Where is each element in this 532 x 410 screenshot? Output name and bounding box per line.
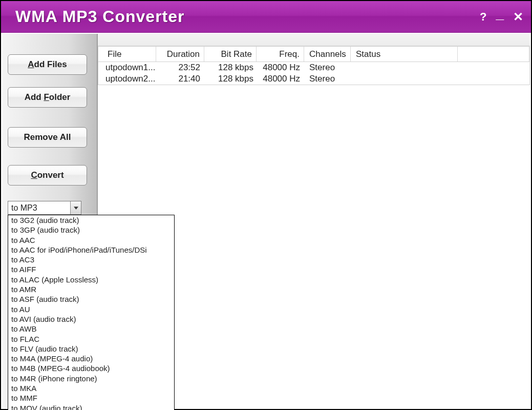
cell-file: uptodown2... [98,74,156,84]
format-option[interactable]: to MOV (audio track) [8,403,174,410]
th-bitrate[interactable]: Bit Rate [204,47,257,61]
chevron-down-icon[interactable] [70,201,81,214]
close-button[interactable]: ✕ [513,10,523,24]
format-option[interactable]: to AIFF [8,264,174,274]
format-option[interactable]: to AVI (audio track) [8,314,174,324]
format-option[interactable]: to ALAC (Apple Lossless) [8,275,174,284]
minimize-button[interactable]: _ [496,11,504,16]
format-option[interactable]: to FLV (audio track) [8,344,174,354]
format-option[interactable]: to M4R (iPhone ringtone) [8,374,174,383]
format-option[interactable]: to M4B (MPEG-4 audiobook) [8,363,174,373]
svg-marker-0 [74,207,78,209]
table-body: utpodown1...23:52128 kbps48000 HzStereou… [98,62,529,85]
th-channels[interactable]: Channels [304,47,351,61]
app-title: WMA MP3 Converter [15,7,480,26]
cell-bitrate: 128 kbps [204,63,257,73]
remove-all-button[interactable]: Remove All [8,127,87,148]
format-option[interactable]: to AMR [8,284,174,294]
th-freq[interactable]: Freq. [257,47,304,61]
format-option[interactable]: to AU [8,304,174,314]
format-option[interactable]: to AWB [8,324,174,334]
th-status[interactable]: Status [351,47,458,61]
th-blank [458,47,529,61]
format-option[interactable]: to M4A (MPEG-4 audio) [8,354,174,363]
format-option[interactable]: to 3GP (audio track) [8,225,174,235]
convert-button[interactable]: Convert [8,165,87,186]
cell-freq: 48000 Hz [257,63,304,73]
format-option[interactable]: to ASF (audio track) [8,294,174,304]
format-combo-wrap: to MP3 to 3G2 (audio track)to 3GP (audio… [8,201,81,215]
table-row[interactable]: uptodown2...21:40128 kbps48000 HzStereo [98,73,529,85]
cell-freq: 48000 Hz [257,74,304,84]
format-option[interactable]: to FLAC [8,334,174,344]
format-option[interactable]: to MKA [8,383,174,393]
cell-file: utpodown1... [98,63,156,73]
add-folder-button[interactable]: Add Folder [8,87,87,108]
cell-channels: Stereo [304,74,351,84]
format-option[interactable]: to AAC for iPod/iPhone/iPad/iTunes/DSi [8,245,174,255]
sidebar: Add Files Add Folder Remove All Convert … [2,34,98,408]
format-combo-list[interactable]: to 3G2 (audio track)to 3GP (audio track)… [8,215,175,410]
app-window: WMA MP3 Converter ? _ ✕ Add Files Add Fo… [0,0,532,410]
th-file[interactable]: File [98,47,156,61]
format-option[interactable]: to MMF [8,393,174,403]
table-row[interactable]: utpodown1...23:52128 kbps48000 HzStereo [98,62,529,73]
th-duration[interactable]: Duration [156,47,204,61]
cell-channels: Stereo [304,63,351,73]
format-option[interactable]: to AAC [8,235,174,245]
file-table: File Duration Bit Rate Freq. Channels St… [98,46,530,85]
add-files-button[interactable]: Add Files [8,54,87,75]
format-combo[interactable]: to MP3 [8,201,81,215]
body-area: Add Files Add Folder Remove All Convert … [2,34,530,408]
cell-duration: 21:40 [156,74,204,84]
cell-bitrate: 128 kbps [204,74,257,84]
format-combo-value: to MP3 [8,203,70,213]
cell-duration: 23:52 [156,63,204,73]
table-header: File Duration Bit Rate Freq. Channels St… [98,47,529,62]
titlebar-controls: ? _ ✕ [480,10,523,24]
toolbar-spacer [98,34,530,46]
format-option[interactable]: to AC3 [8,255,174,264]
help-button[interactable]: ? [480,10,486,24]
format-option[interactable]: to 3G2 (audio track) [8,215,174,225]
titlebar: WMA MP3 Converter ? _ ✕ [1,1,531,33]
